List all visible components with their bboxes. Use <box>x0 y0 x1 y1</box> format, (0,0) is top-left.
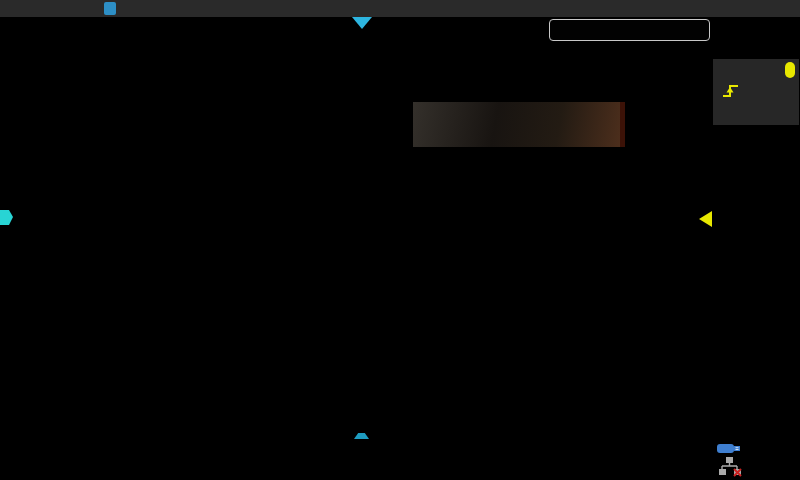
datetime-display <box>549 19 710 41</box>
trigger-source-badge <box>785 62 795 78</box>
oscilloscope-screen <box>0 0 800 480</box>
top-status-bar <box>0 0 800 17</box>
watermark-logo <box>413 102 625 147</box>
lan-disconnected-icon <box>718 456 746 478</box>
status-icons <box>714 439 754 479</box>
usb-icon <box>716 441 746 457</box>
trigger-panel[interactable] <box>713 59 799 125</box>
fft-plot-area <box>0 17 712 418</box>
softkey-menu <box>0 438 800 478</box>
fft-trace <box>0 17 712 418</box>
trigger-status-badge <box>104 2 116 15</box>
fft-reference-level-marker-icon[interactable] <box>699 211 712 227</box>
rising-edge-icon <box>721 83 741 99</box>
center-frequency-marker-icon[interactable] <box>352 17 372 29</box>
